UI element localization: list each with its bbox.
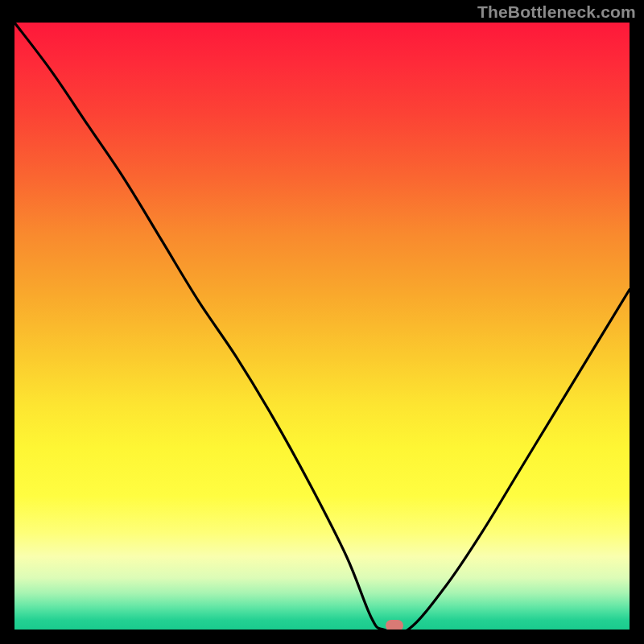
watermark-text: TheBottleneck.com bbox=[477, 2, 636, 22]
chart-frame: TheBottleneck.com bbox=[0, 0, 644, 644]
optimal-point-marker bbox=[386, 620, 403, 630]
bottleneck-curve bbox=[14, 23, 630, 630]
plot-area bbox=[14, 23, 630, 630]
